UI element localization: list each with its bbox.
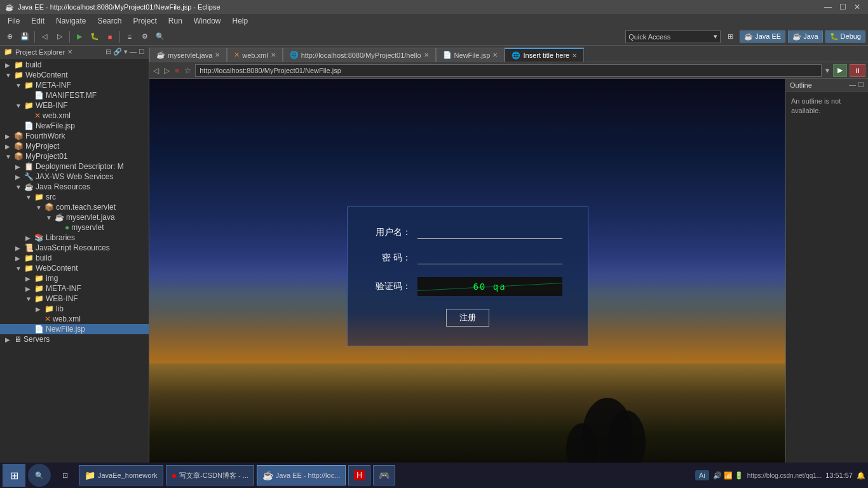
project-explorer-close[interactable]: ✕ [67,48,72,55]
nav-bookmark-btn[interactable]: ☆ [183,65,193,76]
view-menu-btn[interactable]: ▾ [124,48,128,56]
perspective-javaee[interactable]: ☕ Java EE [740,30,785,43]
tree-item-jax[interactable]: ▶ 🔧 JAX-WS Web Services [0,172,149,182]
tree-item-webcontent2[interactable]: ▼ 📁 WebContent [0,263,149,273]
tree-item-libraries[interactable]: ▶ 📚 Libraries [0,233,149,243]
minimize-panel-btn[interactable]: — [130,48,137,56]
taskbar-item-game[interactable]: 🎮 [373,465,395,485]
tree-arrow: ▼ [5,153,13,160]
nav-dropdown-btn[interactable]: ▾ [824,65,831,76]
forward-btn[interactable]: ▷ [53,30,67,44]
register-button[interactable]: 注册 [446,309,489,327]
tab-newfilejsp[interactable]: 📄 NewFile.jsp ✕ [436,48,505,62]
maximize-btn[interactable]: ☐ [837,3,849,11]
quick-access-dropdown[interactable]: ▾ [714,32,717,41]
tree-item-metainf[interactable]: ▼ 📁 META-INF [0,80,149,90]
password-input[interactable] [417,252,562,264]
debug-btn[interactable]: 🐛 [88,30,102,44]
menu-project[interactable]: Project [128,15,161,27]
tab-webxml[interactable]: ✕ web.xml ✕ [227,48,282,62]
tab-close-hello[interactable]: ✕ [424,51,429,58]
taskbar-start-btn[interactable]: ⊞ [3,464,25,487]
notification-btn[interactable]: 🔔 [857,471,865,480]
tab-insert-title[interactable]: 🌐 Insert title here ✕ [505,48,584,62]
tree-item-myservlet-java[interactable]: ▼ ☕ myservlet.java [0,212,149,222]
menu-search[interactable]: Search [92,15,126,27]
outline-minimize[interactable]: — [849,81,856,89]
tab-close-newfile[interactable]: ✕ [492,51,498,58]
menu-help[interactable]: Help [227,15,254,27]
toolbar-btn1[interactable]: ≡ [123,30,137,44]
open-perspective-btn[interactable]: ⊞ [723,30,737,44]
nav-forward-btn[interactable]: ▷ [163,65,171,76]
taskbar-item-csdn[interactable]: ● 写文章-CSDN博客 - ... [166,465,254,485]
menu-navigate[interactable]: Navigate [51,15,91,27]
tree-item-newfile2[interactable]: 📄 NewFile.jsp [0,324,149,334]
close-btn[interactable]: ✕ [851,3,863,11]
minimize-btn[interactable]: — [822,3,834,11]
taskbar-task-view[interactable]: ⊡ [53,464,76,487]
tree-item-deployment[interactable]: ▶ 📋 Deployment Descriptor: M [0,161,149,172]
perspective-debug[interactable]: 🐛 Debug [825,30,865,43]
taskbar-label: Java EE - http://loc... [276,471,341,479]
collapse-all-btn[interactable]: ⊟ [105,48,111,56]
nav-refresh-btn[interactable]: ■ [173,65,180,76]
taskbar-item-javaee-homework[interactable]: 📁 JavaEe_homework [79,465,163,485]
tree-item-build[interactable]: ▶ 📁 build [0,60,149,70]
taskbar-search-btn[interactable]: 🔍 [28,464,51,487]
address-input[interactable] [195,64,822,77]
quick-access-box[interactable]: Quick Access ▾ [625,30,721,43]
tree-item-img[interactable]: ▶ 📁 img [0,273,149,283]
tree-item-build2[interactable]: ▶ 📁 build [0,253,149,263]
outline-maximize[interactable]: ☐ [858,81,864,89]
menu-file[interactable]: File [3,15,25,27]
tree-item-webinf[interactable]: ▼ 📁 WEB-INF [0,100,149,111]
tree-item-myproject[interactable]: ▶ 📦 MyProject [0,141,149,151]
project-tree: ▶ 📁 build ▼ 📁 WebContent ▼ 📁 META-INF 📄 … [0,58,149,466]
nav-stop-btn[interactable]: ⏸ [850,64,865,77]
taskbar-item-h[interactable]: H [348,465,370,485]
tree-item-newfile[interactable]: 📄 NewFile.jsp [0,121,149,131]
tree-item-metainf2[interactable]: ▶ 📁 META-INF [0,283,149,294]
tree-item-myproject01[interactable]: ▼ 📦 MyProject01 [0,151,149,161]
new-btn[interactable]: ⊕ [3,30,17,44]
perspective-java[interactable]: ☕ Java [788,30,822,43]
toolbar-btn2[interactable]: ⚙ [138,30,152,44]
tree-item-manifest[interactable]: 📄 MANIFEST.MF [0,90,149,100]
tree-item-js-resources[interactable]: ▶ 📜 JavaScript Resources [0,243,149,253]
save-btn[interactable]: 💾 [18,30,32,44]
tab-hello[interactable]: 🌐 http://localhost:8080/MyProject01/hell… [283,48,436,62]
tree-item-webinf2[interactable]: ▼ 📁 WEB-INF [0,294,149,304]
tree-item-src[interactable]: ▼ 📁 src [0,192,149,202]
nav-back-btn[interactable]: ◁ [152,65,160,76]
menu-window[interactable]: Window [189,15,226,27]
tree-item-fourthwork[interactable]: ▶ 📦 FourthWork [0,131,149,141]
nav-go-btn[interactable]: ▶ [833,64,847,77]
tab-myservlet[interactable]: ☕ myservlet.java ✕ [149,48,227,62]
tree-item-webcontent[interactable]: ▼ 📁 WebContent [0,70,149,80]
tree-item-webxml2[interactable]: ✕ web.xml [0,314,149,324]
tree-item-servers[interactable]: ▶ 🖥 Servers [0,334,149,344]
java-file-icon: ☕ [55,213,64,222]
tab-close-insert-title[interactable]: ✕ [572,52,577,59]
tree-item-myservlet[interactable]: ● myservlet [0,222,149,233]
tree-item-webxml[interactable]: ✕ web.xml [0,111,149,121]
tree-item-lib[interactable]: ▶ 📁 lib [0,304,149,314]
tree-item-package[interactable]: ▼ 📦 com.teach.servlet [0,202,149,212]
back-btn[interactable]: ◁ [37,30,51,44]
tree-item-java-resources[interactable]: ▼ ☕ Java Resources [0,182,149,192]
window-controls[interactable]: — ☐ ✕ [822,3,863,11]
taskbar-icon: ● [172,470,177,480]
link-editor-btn[interactable]: 🔗 [113,48,122,56]
tab-close-webxml[interactable]: ✕ [271,51,276,58]
stop-btn[interactable]: ■ [103,30,117,44]
toolbar-btn3[interactable]: 🔍 [153,30,167,44]
username-input[interactable] [417,226,562,239]
menu-run[interactable]: Run [163,15,187,27]
tab-close-myservlet[interactable]: ✕ [215,51,220,58]
run-btn[interactable]: ▶ [72,30,86,44]
ai-label[interactable]: Ai [695,470,709,480]
taskbar-item-eclipse[interactable]: ☕ Java EE - http://loc... [257,465,346,485]
menu-edit[interactable]: Edit [26,15,50,27]
maximize-panel-btn[interactable]: ☐ [139,48,145,56]
